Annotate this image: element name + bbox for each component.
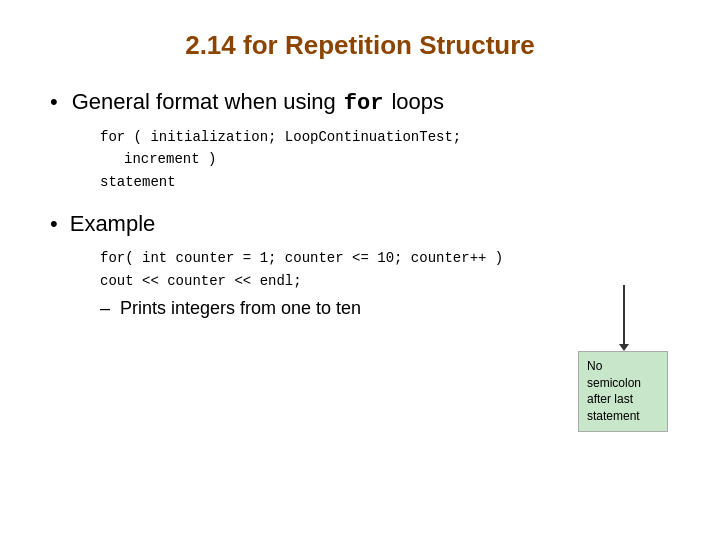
- bullet-section-1: • General format when using for loops fo…: [50, 89, 670, 193]
- sub-bullet: – Prints integers from one to ten: [100, 298, 670, 319]
- slide: 2.14 for Repetition Structure • General …: [0, 0, 720, 540]
- code2-line1: for( int counter = 1; counter <= 10; cou…: [100, 250, 503, 266]
- bullet-section-2: • Example for( int counter = 1; counter …: [50, 211, 670, 319]
- bullet2-label: Example: [70, 211, 156, 237]
- code1-line2: increment ): [124, 148, 670, 170]
- code1-line1: for ( initialization; LoopContinuationTe…: [100, 129, 461, 145]
- bullet-heading-1: • General format when using for loops: [50, 89, 670, 116]
- code-block-1: for ( initialization; LoopContinuationTe…: [100, 126, 670, 193]
- annotation-box: No semicolon after last statement: [578, 351, 668, 432]
- code2-line2: cout << counter << endl;: [100, 273, 302, 289]
- annotation-text: No semicolon after last statement: [587, 359, 641, 423]
- bullet-dot-1: •: [50, 89, 58, 115]
- sub-dash: –: [100, 298, 110, 319]
- bullet-heading-2: • Example: [50, 211, 670, 237]
- slide-title: 2.14 for Repetition Structure: [50, 30, 670, 61]
- annotation-arrow: [623, 285, 625, 345]
- code-block-2: for( int counter = 1; counter <= 10; cou…: [100, 247, 670, 292]
- bullet1-suffix: loops: [391, 89, 444, 115]
- sub-bullet-text: Prints integers from one to ten: [120, 298, 361, 319]
- code1-line3: statement: [100, 174, 176, 190]
- bullet1-keyword: for: [344, 91, 384, 116]
- bullet-dot-2: •: [50, 211, 58, 237]
- bullet1-prefix: General format when using: [72, 89, 336, 115]
